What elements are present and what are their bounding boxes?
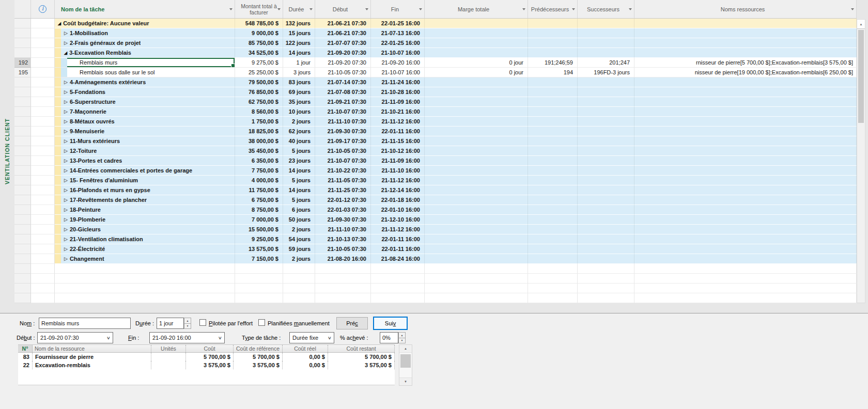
resource-cell-4[interactable]: 3 575,00 $ <box>234 361 283 369</box>
row-number-cell[interactable] <box>14 87 31 97</box>
cell-marge[interactable] <box>425 107 528 117</box>
cell-succ[interactable] <box>578 274 634 284</box>
percent-complete-stepper[interactable]: ▲▼ <box>398 332 406 343</box>
cell-pred[interactable] <box>528 176 578 185</box>
cell-fin[interactable]: 21-11-15 16:00 <box>371 136 425 146</box>
cell-duree[interactable]: 40 jours <box>283 136 315 146</box>
cell-debut[interactable]: 21-10-05 07:30 <box>315 244 371 254</box>
indicator-cell[interactable] <box>31 87 55 97</box>
cell-fin[interactable]: 22-01-10 16:00 <box>371 205 425 215</box>
cell-duree[interactable]: 14 jours <box>283 185 315 195</box>
cell-debut[interactable]: 21-06-21 07:30 <box>315 19 371 28</box>
cell-debut[interactable]: 21-07-14 07:30 <box>315 77 371 87</box>
collapse-icon[interactable]: ◢ <box>58 21 61 26</box>
task-name-cell[interactable]: ▷5-Fondations <box>55 87 235 97</box>
cell-montant[interactable]: 34 525,00 $ <box>235 48 283 58</box>
cell-montant[interactable]: 8 560,00 $ <box>235 107 283 117</box>
cell-montant[interactable]: 7 000,00 $ <box>235 215 283 225</box>
cell-debut[interactable]: 21-09-17 07:30 <box>315 136 371 146</box>
duration-input[interactable]: 1 jour <box>157 318 184 329</box>
cell-debut[interactable]: 21-09-30 07:30 <box>315 127 371 136</box>
expand-icon[interactable]: ▷ <box>64 80 68 85</box>
row-number-cell[interactable] <box>14 215 31 225</box>
resource-cell-1[interactable]: Fournisseur de pierre <box>33 353 151 361</box>
indicator-cell[interactable] <box>31 234 55 244</box>
indicator-cell[interactable] <box>31 68 55 77</box>
cell-pred[interactable] <box>528 274 578 284</box>
cell-marge[interactable] <box>425 185 528 195</box>
row-number-cell[interactable] <box>14 176 31 185</box>
cell-fin[interactable]: 21-11-09 16:00 <box>371 156 425 166</box>
previous-button[interactable]: Préc <box>336 317 368 329</box>
column-header-marge[interactable]: Marge totale <box>425 0 528 18</box>
form-vertical-scrollbar[interactable]: ▲ ▼ <box>399 344 412 386</box>
filter-arrow-icon[interactable] <box>309 8 313 10</box>
cell-debut[interactable]: 21-10-07 07:30 <box>315 156 371 166</box>
cell-fin[interactable]: 21-07-13 16:00 <box>371 28 425 38</box>
task-name-cell[interactable]: ▷21-Ventilation climatisation <box>55 234 235 244</box>
cell-duree[interactable] <box>283 274 315 284</box>
row-number-cell[interactable] <box>14 38 31 48</box>
task-name-cell[interactable]: Remblais sous dalle sur le sol <box>55 68 235 77</box>
indicator-cell[interactable] <box>31 215 55 225</box>
cell-res[interactable] <box>634 166 857 176</box>
cell-pred[interactable] <box>528 195 578 205</box>
cell-duree[interactable]: 2 jours <box>283 225 315 234</box>
cell-res[interactable] <box>634 136 857 146</box>
filter-arrow-icon[interactable] <box>365 8 368 10</box>
cell-marge[interactable] <box>425 274 528 284</box>
task-name-cell[interactable]: ▷16-Plafonds et murs en gypse <box>55 185 235 195</box>
cell-pred[interactable] <box>528 225 578 234</box>
next-button[interactable]: Suiv <box>373 317 408 330</box>
cell-marge[interactable] <box>425 19 528 28</box>
cell-succ[interactable] <box>578 234 634 244</box>
cell-duree[interactable]: 10 jours <box>283 107 315 117</box>
cell-montant[interactable]: 8 750,00 $ <box>235 205 283 215</box>
cell-duree[interactable]: 83 jours <box>283 77 315 87</box>
resource-column-header-5[interactable]: Coût réel <box>283 345 328 352</box>
cell-marge[interactable] <box>425 205 528 215</box>
row-number-cell[interactable] <box>14 127 31 136</box>
cell-fin[interactable]: 22-01-11 16:00 <box>371 234 425 244</box>
cell-marge[interactable] <box>425 176 528 185</box>
cell-res[interactable] <box>634 156 857 166</box>
cell-montant[interactable]: 76 850,00 $ <box>235 87 283 97</box>
cell-marge[interactable] <box>425 225 528 234</box>
indicator-cell[interactable] <box>31 244 55 254</box>
cell-res[interactable] <box>634 127 857 136</box>
cell-duree[interactable] <box>283 284 315 293</box>
task-name-cell[interactable]: ▷7-Maçonnerie <box>55 107 235 117</box>
cell-res[interactable] <box>634 254 857 264</box>
cell-pred[interactable] <box>528 117 578 127</box>
row-number-header[interactable] <box>14 0 31 18</box>
cell-debut[interactable]: 21-11-10 07:30 <box>315 225 371 234</box>
cell-res[interactable] <box>634 215 857 225</box>
cell-duree[interactable]: 69 jours <box>283 87 315 97</box>
cell-montant[interactable]: 62 750,00 $ <box>235 97 283 107</box>
cell-succ[interactable] <box>578 117 634 127</box>
cell-marge[interactable] <box>425 284 528 293</box>
cell-duree[interactable]: 23 jours <box>283 156 315 166</box>
column-header-debut[interactable]: Début <box>315 0 371 18</box>
row-number-cell[interactable] <box>14 77 31 87</box>
cell-marge[interactable] <box>425 38 528 48</box>
indicator-cell[interactable] <box>31 166 55 176</box>
task-name-cell[interactable]: ▷9-Menuiserie <box>55 127 235 136</box>
indicator-cell[interactable] <box>31 195 55 205</box>
cell-succ[interactable] <box>578 215 634 225</box>
cell-fin[interactable]: 21-08-24 16:00 <box>371 254 425 264</box>
cell-debut[interactable]: 22-01-12 07:30 <box>315 195 371 205</box>
indicator-cell[interactable] <box>31 185 55 195</box>
filter-arrow-icon[interactable] <box>572 8 575 10</box>
cell-pred[interactable] <box>528 87 578 97</box>
cell-debut[interactable]: 21-10-05 07:30 <box>315 68 371 77</box>
column-header-successeurs[interactable]: Successeurs <box>578 0 634 18</box>
column-header-task-name[interactable]: Nom de la tâche <box>55 0 235 18</box>
task-name-cell[interactable]: ▷15- Fenêtres d'aluminium <box>55 176 235 185</box>
cell-montant[interactable]: 79 500,00 $ <box>235 77 283 87</box>
cell-res[interactable]: nisseur de pierre[19 000,00 $];Excavatio… <box>634 68 857 77</box>
resource-column-header-4[interactable]: Coût de référence <box>234 345 283 352</box>
indicator-cell[interactable] <box>31 28 55 38</box>
task-name-cell[interactable]: ▷13-Portes et cadres <box>55 156 235 166</box>
cell-succ[interactable] <box>578 38 634 48</box>
